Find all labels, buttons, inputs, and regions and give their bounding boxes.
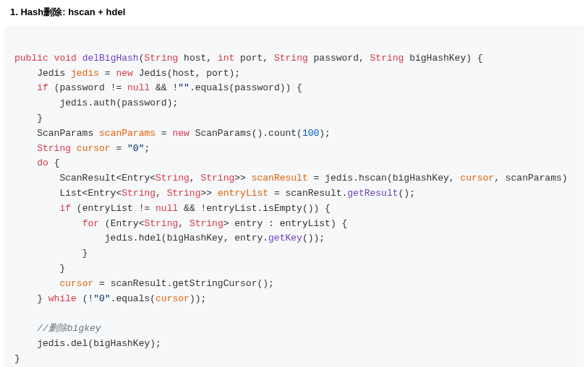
txt: = scanResult.getStringCursor();	[93, 278, 274, 289]
var: cursor	[77, 143, 111, 154]
var: entryList	[218, 188, 268, 199]
txt	[14, 157, 37, 168]
txt: }	[14, 248, 88, 259]
type-string: String	[274, 53, 308, 64]
txt: , scanParams)	[494, 173, 567, 184]
txt: ScanParams	[14, 128, 99, 139]
txt: }	[14, 113, 43, 124]
section-heading: 1. Hash删除: hscan + hdel	[0, 0, 588, 26]
txt: Jedis(host, port);	[133, 68, 240, 79]
txt: >>	[234, 173, 251, 184]
fn: getResult	[347, 188, 398, 199]
type-string: String	[167, 188, 201, 199]
kw-do: do	[37, 157, 48, 168]
type-string: String	[189, 218, 223, 229]
txt: (Entry<	[99, 218, 144, 229]
txt: {	[48, 157, 60, 168]
str: "0"	[127, 143, 144, 154]
txt: (entryList !=	[71, 203, 155, 214]
txt: port,	[234, 53, 274, 64]
txt	[14, 203, 59, 214]
str: ""	[178, 82, 189, 93]
kw-null: null	[127, 82, 150, 93]
txt: host,	[178, 53, 218, 64]
txt: ,	[189, 173, 201, 184]
type-string: String	[370, 53, 404, 64]
type-string: String	[144, 53, 178, 64]
kw-int: int	[218, 53, 234, 64]
kw-new: new	[116, 68, 132, 79]
txt: = jedis.hscan(bigHashKey,	[308, 173, 461, 184]
txt: jedis.hdel(bigHashKey, entry.	[14, 233, 268, 243]
type-string: String	[144, 218, 178, 229]
txt: ScanResult<Entry<	[14, 173, 155, 184]
kw-if: if	[37, 82, 48, 93]
txt: =	[111, 143, 127, 154]
txt: }	[14, 353, 20, 364]
kw-if: if	[59, 203, 71, 214]
num: 100	[302, 128, 319, 139]
str: "0"	[93, 293, 110, 304]
type-string: String	[200, 173, 234, 184]
kw-void: void	[54, 53, 77, 64]
txt	[71, 143, 77, 154]
txt	[14, 82, 37, 93]
txt: }	[14, 293, 48, 304]
code-block: public void delBigHash(String host, int …	[4, 26, 584, 367]
txt: );	[319, 128, 331, 139]
var: cursor	[460, 173, 494, 184]
kw-new: new	[172, 128, 189, 139]
txt: =	[99, 68, 116, 79]
txt: ,	[155, 188, 167, 199]
type-string: String	[155, 173, 189, 184]
txt: Jedis	[14, 68, 71, 79]
txt: =	[155, 128, 172, 139]
kw-for: for	[82, 218, 99, 229]
comment: //删除bigkey	[37, 323, 101, 334]
txt: >>	[200, 188, 217, 199]
fn: getKey	[268, 233, 302, 243]
var: scanParams	[99, 128, 155, 139]
txt: .equals(password)) {	[189, 82, 302, 93]
txt: ));	[189, 293, 206, 304]
txt: ScanParams().count(	[189, 128, 302, 139]
var: cursor	[155, 293, 189, 304]
txt	[14, 323, 37, 334]
var: scanResult	[252, 173, 308, 184]
var: jedis	[71, 68, 99, 79]
txt: }	[14, 263, 65, 274]
txt: password,	[308, 53, 370, 64]
kw-null: null	[155, 203, 178, 214]
txt: ,	[178, 218, 189, 229]
txt: ;	[144, 143, 150, 154]
type-string: String	[37, 143, 71, 154]
txt: && !	[150, 82, 178, 93]
txt: bigHashKey) {	[404, 53, 482, 64]
txt: ();	[399, 188, 415, 199]
kw-public: public	[14, 53, 48, 64]
txt: (password !=	[48, 82, 127, 93]
type-string: String	[122, 188, 155, 199]
txt	[14, 278, 59, 289]
txt: ());	[302, 233, 325, 243]
fn-name: delBigHash	[82, 53, 139, 64]
var: cursor	[59, 278, 93, 289]
txt: = scanResult.	[268, 188, 347, 199]
txt: List<Entry<	[14, 188, 122, 199]
txt: jedis.del(bigHashKey);	[14, 338, 161, 349]
txt: .equals(	[111, 293, 155, 304]
kw-while: while	[48, 293, 77, 304]
txt: && !entryList.isEmpty()) {	[178, 203, 331, 214]
txt	[14, 218, 82, 229]
txt: jedis.auth(password);	[14, 98, 178, 108]
txt	[14, 143, 37, 154]
txt: > entry : entryList) {	[223, 218, 348, 229]
txt: (!	[77, 293, 93, 304]
